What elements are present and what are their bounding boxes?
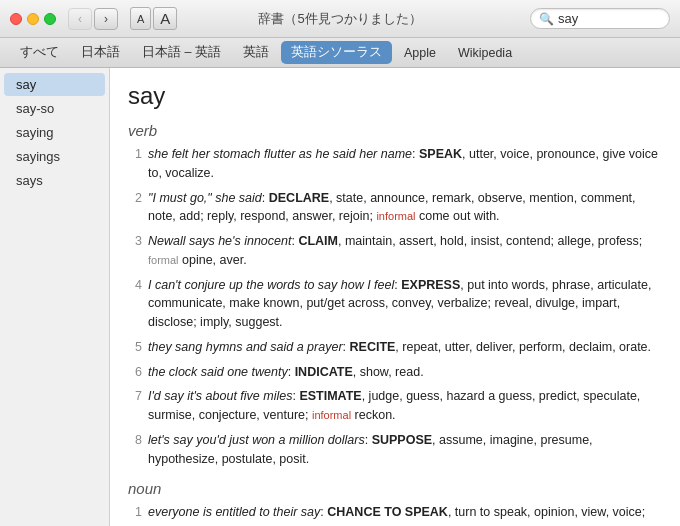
nav-buttons: ‹ ›: [68, 8, 118, 30]
sidebar-item-sayings[interactable]: sayings: [4, 145, 105, 168]
def-number: 2: [128, 189, 142, 227]
search-icon: 🔍: [539, 12, 554, 26]
def-text: she felt her stomach flutter as he said …: [148, 145, 662, 183]
def-number: 1: [128, 145, 142, 183]
definition-list-verb: 1she felt her stomach flutter as he said…: [128, 145, 662, 468]
tag-informal: informal: [312, 409, 351, 421]
font-large-button[interactable]: A: [153, 7, 177, 30]
back-button[interactable]: ‹: [68, 8, 92, 30]
def-number: 3: [128, 232, 142, 270]
tab-english[interactable]: 英語: [233, 41, 279, 64]
tag-formal: formal: [148, 254, 179, 266]
window-title: 辞書（5件見つかりました）: [258, 10, 421, 28]
definition-list-noun: 1everyone is entitled to their say: CHAN…: [128, 503, 662, 526]
tab-japanese[interactable]: 日本語: [71, 41, 130, 64]
close-button[interactable]: [10, 13, 22, 25]
tab-bar: すべて日本語日本語 – 英語英語英語シソーラスAppleWikipedia: [0, 38, 680, 68]
title-bar: ‹ › A A 辞書（5件見つかりました） 🔍 ×: [0, 0, 680, 38]
pos-heading-noun: noun: [128, 480, 662, 497]
definition-item: 8let's say you'd just won a million doll…: [128, 431, 662, 469]
entry-title: say: [128, 82, 662, 110]
def-text: "I must go," she said: DECLARE, state, a…: [148, 189, 662, 227]
definition-item: 1everyone is entitled to their say: CHAN…: [128, 503, 662, 526]
def-text: Newall says he's innocent: CLAIM, mainta…: [148, 232, 662, 270]
search-input[interactable]: [558, 11, 680, 26]
definition-item: 7I'd say it's about five miles: ESTIMATE…: [128, 387, 662, 425]
font-small-button[interactable]: A: [130, 7, 151, 30]
sidebar-item-say-so[interactable]: say-so: [4, 97, 105, 120]
def-number: 7: [128, 387, 142, 425]
tag-informal: informal: [376, 210, 415, 222]
tab-wikipedia[interactable]: Wikipedia: [448, 43, 522, 63]
definition-item: 6the clock said one twenty: INDICATE, sh…: [128, 363, 662, 382]
def-number: 8: [128, 431, 142, 469]
main-layout: saysay-sosayingsayingssays say verb1she …: [0, 68, 680, 526]
definition-item: 4I can't conjure up the words to say how…: [128, 276, 662, 332]
minimize-button[interactable]: [27, 13, 39, 25]
tab-thesaurus[interactable]: 英語シソーラス: [281, 41, 392, 64]
def-text: the clock said one twenty: INDICATE, sho…: [148, 363, 662, 382]
def-text: I can't conjure up the words to say how …: [148, 276, 662, 332]
definition-item: 2"I must go," she said: DECLARE, state, …: [128, 189, 662, 227]
def-text: they sang hymns and said a prayer: RECIT…: [148, 338, 662, 357]
pos-heading-verb: verb: [128, 122, 662, 139]
definition-item: 3Newall says he's innocent: CLAIM, maint…: [128, 232, 662, 270]
def-number: 1: [128, 503, 142, 526]
def-text: let's say you'd just won a million dolla…: [148, 431, 662, 469]
traffic-lights: [10, 13, 56, 25]
definition-item: 5they sang hymns and said a prayer: RECI…: [128, 338, 662, 357]
sidebar: saysay-sosayingsayingssays: [0, 68, 110, 526]
def-text: I'd say it's about five miles: ESTIMATE,…: [148, 387, 662, 425]
sidebar-item-says[interactable]: says: [4, 169, 105, 192]
definition-item: 1she felt her stomach flutter as he said…: [128, 145, 662, 183]
font-buttons: A A: [130, 7, 177, 30]
sidebar-item-saying[interactable]: saying: [4, 121, 105, 144]
maximize-button[interactable]: [44, 13, 56, 25]
sidebar-item-say[interactable]: say: [4, 73, 105, 96]
def-number: 4: [128, 276, 142, 332]
forward-button[interactable]: ›: [94, 8, 118, 30]
tab-all[interactable]: すべて: [10, 41, 69, 64]
def-text: everyone is entitled to their say: CHANC…: [148, 503, 662, 526]
def-number: 6: [128, 363, 142, 382]
tab-ja-en[interactable]: 日本語 – 英語: [132, 41, 231, 64]
content-area: say verb1she felt her stomach flutter as…: [110, 68, 680, 526]
def-number: 5: [128, 338, 142, 357]
tab-apple[interactable]: Apple: [394, 43, 446, 63]
search-box: 🔍 ×: [530, 8, 670, 29]
